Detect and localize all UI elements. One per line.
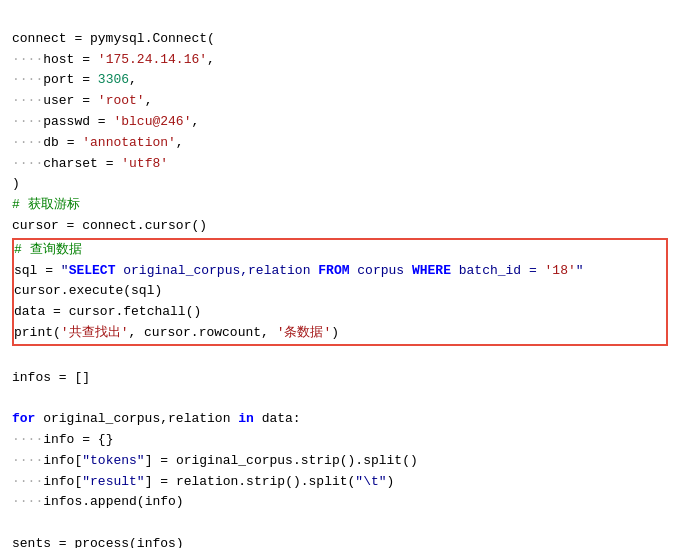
- code-line: [12, 513, 668, 534]
- highlight-block: # 查询数据sql = "SELECT original_corpus,rela…: [12, 238, 668, 346]
- code-line: # 查询数据: [14, 240, 666, 261]
- code-line: ····port = 3306,: [12, 70, 668, 91]
- code-line: sents = process(infos): [12, 534, 668, 548]
- code-line: for original_corpus,relation in data:: [12, 409, 668, 430]
- code-line: sql = "SELECT original_corpus,relation F…: [14, 261, 666, 282]
- code-line: [12, 388, 668, 409]
- code-line: [12, 347, 668, 368]
- code-line: ····info["result"] = relation.strip().sp…: [12, 472, 668, 493]
- code-line: data = cursor.fetchall(): [14, 302, 666, 323]
- code-line: infos = []: [12, 368, 668, 389]
- code-line: ····passwd = 'blcu@246',: [12, 112, 668, 133]
- code-block: connect = pymysql.Connect(····host = '17…: [12, 8, 668, 548]
- code-line: connect = pymysql.Connect(: [12, 29, 668, 50]
- code-line: ····info = {}: [12, 430, 668, 451]
- code-line: print('共查找出', cursor.rowcount, '条数据'): [14, 323, 666, 344]
- code-line: ): [12, 174, 668, 195]
- code-line: ····info["tokens"] = original_corpus.str…: [12, 451, 668, 472]
- code-line: cursor.execute(sql): [14, 281, 666, 302]
- code-line: ····host = '175.24.14.16',: [12, 50, 668, 71]
- code-line: ····user = 'root',: [12, 91, 668, 112]
- code-line: ····charset = 'utf8': [12, 154, 668, 175]
- code-line: cursor = connect.cursor(): [12, 216, 668, 237]
- code-line: # 获取游标: [12, 195, 668, 216]
- code-line: ····db = 'annotation',: [12, 133, 668, 154]
- code-line: ····infos.append(info): [12, 492, 668, 513]
